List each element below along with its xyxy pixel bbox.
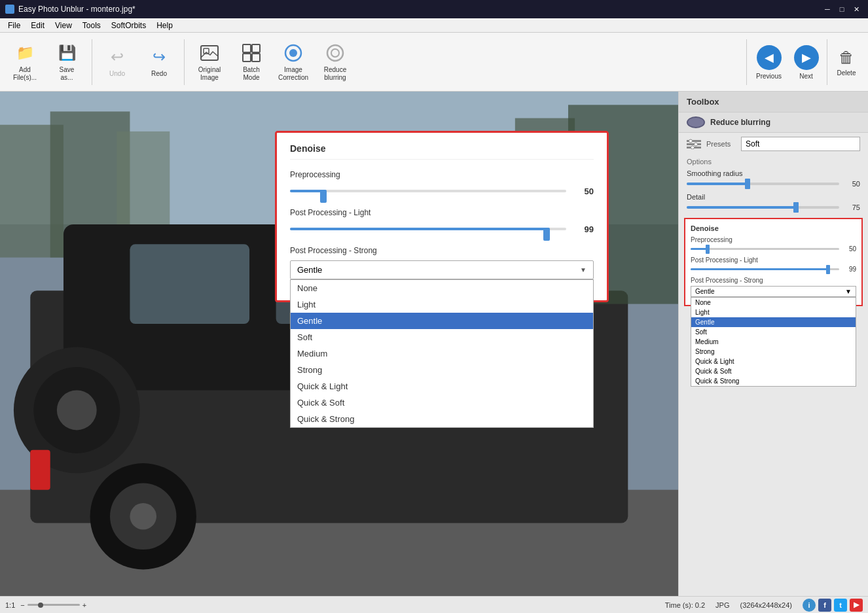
post-light-value: 99 [573,224,594,234]
tb-post-strong-label: Post Processing - Strong [691,277,856,284]
denoise-title: Denoise [290,143,594,160]
tb-opt-quick-soft[interactable]: Quick & Soft [691,366,856,376]
window-controls: ─ □ ✕ [821,3,863,16]
menu-edit[interactable]: Edit [26,20,50,31]
twitter-icon[interactable]: t [834,599,847,612]
smoothing-radius-row: Smoothing radius 50 [679,167,868,190]
zoom-label: 1:1 [5,601,15,609]
preprocessing-value: 50 [573,186,594,196]
tb-opt-soft[interactable]: Soft [691,327,856,337]
post-strong-dropdown[interactable]: Gentle ▼ None Light Gentle Soft Medium S… [290,260,594,279]
tb-post-strong-box[interactable]: Gentle ▼ [691,286,856,297]
tb-post-strong-options: None Light Gentle Soft Medium Strong Qui… [691,297,856,387]
tb-opt-quick-strong[interactable]: Quick & Strong [691,376,856,386]
menu-help[interactable]: Help [151,20,178,31]
tb-opt-none[interactable]: None [691,298,856,307]
tb-opt-quick-light[interactable]: Quick & Light [691,357,856,366]
tb-dropdown-arrow-icon: ▼ [845,288,852,295]
toolbar-sep-2 [184,39,185,85]
preprocessing-slider[interactable] [290,184,566,198]
presets-select[interactable]: Soft Medium Strong [741,137,860,151]
dimensions-label: (3264x2448x24) [740,601,792,609]
tb-post-light-label: Post Processing - Light [691,256,856,264]
option-quick-light[interactable]: Quick & Light [291,378,593,394]
youtube-icon[interactable]: ▶ [850,599,863,612]
zoom-minus-icon[interactable]: − [20,601,24,609]
close-button[interactable]: ✕ [850,3,863,16]
reduce-blurring-button[interactable]: Reduceblurring [316,37,355,88]
denoise-panel: Denoise Preprocessing 50 Post Proce [275,131,609,302]
menu-file[interactable]: File [3,20,26,31]
statusbar-left: 1:1 − + [5,601,86,609]
zoom-plus-icon[interactable]: + [82,601,86,609]
next-button[interactable]: ▶ Next [788,37,824,88]
tb-opt-light[interactable]: Light [691,307,856,317]
option-none[interactable]: None [291,280,593,296]
tb-opt-gentle[interactable]: Gentle [691,317,856,327]
tb-post-light-slider[interactable] [691,268,839,270]
previous-button[interactable]: ◀ Previous [751,37,787,88]
add-file-label: AddFile(s)... [13,66,37,82]
menu-softorbits[interactable]: SoftOrbits [106,20,151,31]
delete-label: Delete [837,69,856,77]
maximize-button[interactable]: □ [835,3,848,16]
redo-button[interactable]: ↪ Redo [139,37,179,88]
tb-post-light-thumb[interactable] [826,265,830,274]
batch-mode-icon [242,43,261,63]
post-processing-light-slider[interactable] [290,222,566,236]
tb-preprocessing-slider[interactable] [691,248,839,250]
original-image-label: OriginalImage [198,66,221,82]
option-medium[interactable]: Medium [291,345,593,362]
post-light-thumb[interactable] [543,228,550,241]
option-soft[interactable]: Soft [291,329,593,345]
tb-post-strong-row: Post Processing - Strong Gentle ▼ None L… [691,277,856,297]
info-icon[interactable]: i [803,599,816,612]
svg-point-7 [289,49,297,57]
svg-point-33 [695,143,698,146]
minimize-button[interactable]: ─ [821,3,834,16]
detail-slider[interactable] [687,206,839,209]
undo-button[interactable]: ↩ Undo [98,37,137,88]
svg-point-34 [691,146,695,149]
facebook-icon[interactable]: f [818,599,831,612]
menu-tools[interactable]: Tools [77,20,106,31]
zoom-slider[interactable]: − + [20,601,86,609]
tb-denoise-title: Denoise [691,224,856,232]
smoothing-radius-slider[interactable] [687,183,839,185]
option-strong[interactable]: Strong [291,362,593,378]
original-image-button[interactable]: OriginalImage [190,37,229,88]
save-as-button[interactable]: 💾 Saveas... [47,37,86,88]
statusbar-right: Time (s): 0.2 JPG (3264x2448x24) i f t ▶ [665,599,863,612]
tb-opt-strong[interactable]: Strong [691,347,856,357]
post-strong-options-list: None Light Gentle Soft Medium Strong Qui… [290,279,594,428]
post-processing-strong-row: Post Processing - Strong Gentle ▼ None L… [290,246,594,279]
svg-rect-2 [243,44,251,52]
post-strong-select-box[interactable]: Gentle ▼ [290,260,594,279]
svg-point-20 [130,503,156,530]
zoom-track[interactable] [27,604,80,606]
tb-opt-medium[interactable]: Medium [691,337,856,347]
undo-icon: ↩ [111,48,124,66]
detail-thumb[interactable] [793,202,799,213]
preprocessing-thumb[interactable] [320,190,327,203]
tb-preprocessing-thumb[interactable] [706,245,710,254]
smoothing-thumb[interactable] [745,179,750,189]
toolbox-denoise-box: Denoise Preprocessing 50 Post Processing… [684,218,863,306]
redo-label: Redo [151,70,167,78]
option-gentle[interactable]: Gentle [291,313,593,329]
option-quick-soft[interactable]: Quick & Soft [291,394,593,411]
option-quick-strong[interactable]: Quick & Strong [291,411,593,427]
svg-rect-5 [252,54,260,61]
zoom-thumb[interactable] [38,603,43,608]
toolbox-panel: Toolbox Reduce blurring Presets Soft Med… [678,92,868,596]
option-light[interactable]: Light [291,296,593,313]
toolbar-sep-nav [746,39,747,85]
save-as-label: Saveas... [60,66,75,82]
image-correction-button[interactable]: ImageCorrection [274,37,313,88]
menu-view[interactable]: View [50,20,77,31]
reduce-blurring-icon [325,43,345,63]
add-file-button[interactable]: 📁 AddFile(s)... [5,37,45,88]
batch-mode-button[interactable]: BatchMode [232,37,271,88]
image-area: Denoise Preprocessing 50 Post Proce [0,92,678,596]
delete-button[interactable]: 🗑 Delete [830,37,863,88]
